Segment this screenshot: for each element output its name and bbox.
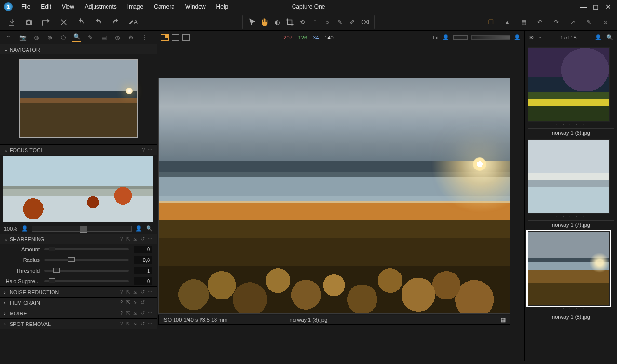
thumbnail-image[interactable] bbox=[528, 47, 610, 122]
thumbnail-card[interactable]: · · · · ·norway 1 (6).jpg bbox=[528, 47, 614, 137]
copy-icon[interactable]: ⇱ bbox=[126, 310, 130, 316]
expand-icon[interactable]: › bbox=[4, 321, 10, 327]
menu-edit[interactable]: Edit bbox=[37, 1, 55, 12]
menu-window[interactable]: Window bbox=[181, 1, 210, 12]
menu-help[interactable]: Help bbox=[213, 1, 232, 12]
collapse-icon[interactable]: ⌄ bbox=[4, 147, 10, 153]
tab-lens-icon[interactable]: ◍ bbox=[32, 33, 40, 42]
straighten-tool-icon[interactable]: ⟲ bbox=[297, 17, 308, 27]
panel-menu-icon[interactable]: ⋯ bbox=[148, 147, 153, 153]
focus-pick2-icon[interactable]: 👤 bbox=[135, 225, 142, 232]
keystone-tool-icon[interactable]: ⎍ bbox=[309, 17, 320, 27]
focus-search-icon[interactable]: 🔍 bbox=[146, 225, 153, 232]
panel-menu-icon[interactable]: ⋯ bbox=[148, 289, 153, 295]
expand-icon[interactable]: › bbox=[4, 289, 10, 295]
hand-tool-icon[interactable] bbox=[259, 17, 270, 27]
zoom-slider[interactable] bbox=[471, 35, 510, 40]
warning-icon[interactable]: ▲ bbox=[502, 17, 512, 27]
sort-icon[interactable]: ↕ bbox=[539, 35, 542, 40]
thumbnail-rating[interactable]: · · · · · bbox=[528, 122, 614, 129]
grid-icon[interactable]: ▦ bbox=[519, 17, 528, 27]
thumbnail-rating[interactable]: · · · · · bbox=[528, 306, 614, 312]
expand-icon[interactable]: › bbox=[4, 311, 10, 316]
help-icon[interactable]: ? bbox=[120, 289, 123, 295]
person-icon[interactable]: 👤 bbox=[443, 34, 449, 40]
person-icon[interactable]: 👤 bbox=[595, 34, 602, 40]
close-button[interactable]: ✕ bbox=[605, 4, 611, 10]
reset-icon[interactable]: ↺ bbox=[140, 236, 145, 242]
tab-library-icon[interactable]: 🗀 bbox=[5, 33, 13, 42]
tab-capture-icon[interactable]: 📷 bbox=[18, 33, 27, 42]
pointer-tool-icon[interactable] bbox=[247, 17, 257, 27]
slider-value[interactable]: 0,8 bbox=[134, 256, 152, 264]
slider-track[interactable] bbox=[44, 280, 129, 282]
capture-icon[interactable] bbox=[24, 17, 34, 27]
panel-menu-icon[interactable]: ⋯ bbox=[148, 46, 153, 52]
panel-menu-icon[interactable]: ⋯ bbox=[148, 299, 153, 306]
tab-exposure-icon[interactable]: ⬠ bbox=[59, 33, 67, 42]
focus-preview[interactable] bbox=[3, 156, 153, 222]
copy-icon[interactable]: ⇱ bbox=[126, 299, 130, 306]
thumbnail-card[interactable]: · · · · ·norway 1 (7).jpg bbox=[528, 139, 614, 229]
view-single-icon[interactable] bbox=[172, 34, 179, 41]
help-icon[interactable]: ? bbox=[142, 147, 145, 153]
view-multi-icon[interactable] bbox=[182, 34, 190, 41]
panel-menu-icon[interactable]: ⋯ bbox=[148, 321, 153, 327]
expand-icon[interactable]: › bbox=[4, 300, 10, 306]
collapse-icon[interactable]: ⌄ bbox=[4, 46, 10, 52]
export-icon[interactable] bbox=[41, 17, 51, 27]
arrow-up-icon[interactable]: ↗ bbox=[568, 17, 577, 27]
copy-icon[interactable]: ⇱ bbox=[126, 321, 130, 327]
zoom-indicator[interactable] bbox=[453, 35, 468, 40]
redo-icon[interactable] bbox=[111, 17, 121, 27]
dropper-tool-icon[interactable]: ✐ bbox=[347, 17, 358, 27]
slider-track[interactable] bbox=[44, 248, 129, 250]
panel-menu-icon[interactable]: ⋯ bbox=[148, 310, 153, 316]
person2-icon[interactable]: 👤 bbox=[514, 34, 521, 40]
tab-meta-icon[interactable]: ▤ bbox=[99, 33, 108, 42]
slider-track[interactable] bbox=[44, 259, 129, 261]
tab-batch-icon[interactable]: ⚙ bbox=[126, 33, 135, 42]
thumbnail-rating[interactable]: · · · · · bbox=[528, 214, 614, 221]
import-icon[interactable] bbox=[7, 17, 16, 27]
help-icon[interactable]: ? bbox=[120, 310, 123, 316]
tab-details-icon[interactable]: 🔍 bbox=[72, 33, 81, 42]
thumbnail-image[interactable] bbox=[528, 139, 610, 214]
focus-pick-icon[interactable]: 👤 bbox=[21, 225, 28, 232]
pen-icon[interactable]: ✎ bbox=[584, 17, 594, 27]
tab-color-icon[interactable]: ⊛ bbox=[45, 33, 54, 42]
reset-icon[interactable]: ↺ bbox=[140, 289, 145, 295]
navigator-preview[interactable] bbox=[19, 59, 138, 138]
menu-view[interactable]: View bbox=[58, 1, 78, 12]
main-image[interactable] bbox=[158, 78, 510, 314]
paste-icon[interactable]: ⇲ bbox=[133, 289, 137, 295]
thumbnail-card[interactable]: · · · · ·norway 1 (8).jpg bbox=[528, 231, 614, 321]
slider-value[interactable]: 0 bbox=[134, 246, 152, 253]
maximize-button[interactable]: ◻ bbox=[593, 4, 599, 10]
tab-output-icon[interactable]: ◷ bbox=[113, 33, 121, 42]
tab-more-icon[interactable]: ⋮ bbox=[140, 33, 148, 42]
glasses-icon[interactable]: ∞ bbox=[601, 17, 610, 27]
reset-icon[interactable]: ↺ bbox=[140, 321, 145, 327]
thumbnail-image[interactable] bbox=[528, 231, 610, 306]
tab-adjust-icon[interactable]: ✎ bbox=[86, 33, 94, 42]
annotate-icon[interactable]: A bbox=[128, 17, 138, 27]
status-end-icon[interactable]: ▦ bbox=[501, 317, 506, 323]
paste-icon[interactable]: ⇲ bbox=[133, 321, 137, 327]
panel-menu-icon[interactable]: ⋯ bbox=[148, 236, 153, 242]
copy-icon[interactable]: ⇱ bbox=[126, 289, 130, 295]
undo2-icon[interactable] bbox=[94, 17, 103, 27]
help-icon[interactable]: ? bbox=[120, 236, 123, 242]
delete-icon[interactable] bbox=[59, 17, 68, 27]
crop-tool-icon[interactable] bbox=[284, 17, 295, 27]
reset-icon[interactable]: ↺ bbox=[140, 299, 145, 306]
menu-adjustments[interactable]: Adjustments bbox=[81, 1, 121, 12]
slider-track[interactable] bbox=[44, 270, 129, 272]
brush-tool-icon[interactable]: ✎ bbox=[335, 17, 345, 27]
fit-label[interactable]: Fit bbox=[433, 35, 439, 40]
eye-icon[interactable]: 👁 bbox=[529, 35, 534, 40]
rotate-ccw-icon[interactable]: ↶ bbox=[535, 17, 545, 27]
help-icon[interactable]: ? bbox=[120, 299, 123, 306]
view-grid-icon[interactable] bbox=[161, 34, 169, 41]
rotate-cw-icon[interactable]: ↷ bbox=[551, 17, 561, 27]
